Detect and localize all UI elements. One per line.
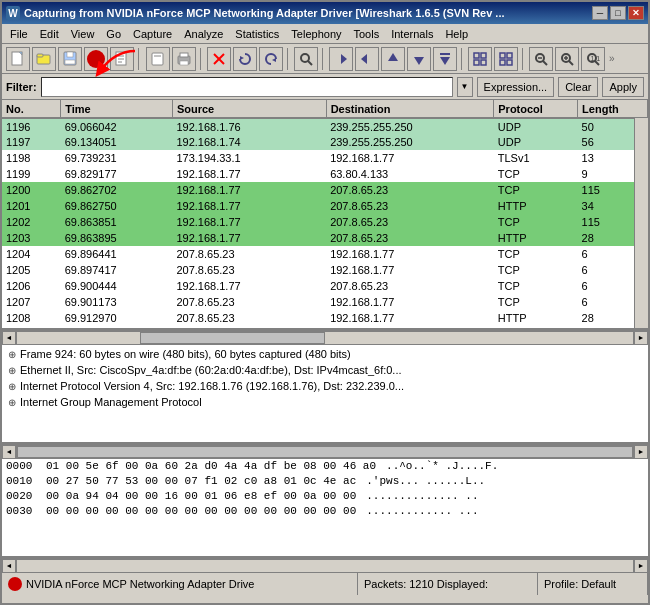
menu-capture[interactable]: Capture: [127, 26, 178, 42]
scroll-right-btn[interactable]: ►: [634, 331, 648, 345]
filter-label: Filter:: [6, 81, 37, 93]
toolbar-search-btn[interactable]: [294, 47, 318, 71]
status-profile: Profile: Default: [538, 573, 648, 595]
menu-tools[interactable]: Tools: [348, 26, 386, 42]
menu-analyze[interactable]: Analyze: [178, 26, 229, 42]
table-row[interactable]: 119869.739231173.194.33.1192.168.1.77TLS…: [2, 150, 648, 166]
toolbar-zoom-out-btn[interactable]: [529, 47, 553, 71]
expand-icon[interactable]: ⊕: [8, 381, 16, 392]
detail-scroll-thumb[interactable]: [17, 446, 633, 458]
col-source[interactable]: Source: [172, 100, 326, 118]
table-row[interactable]: 120869.912970207.8.65.23192.168.1.77HTTP…: [2, 310, 648, 326]
svg-rect-31: [474, 60, 479, 65]
minimize-button[interactable]: ─: [592, 6, 608, 20]
hex-scroll-right[interactable]: ►: [634, 559, 648, 573]
col-no[interactable]: No.: [2, 100, 61, 118]
table-row[interactable]: 120169.862750192.168.1.77207.8.65.23HTTP…: [2, 198, 648, 214]
table-row[interactable]: 119769.134051192.168.1.74239.255.255.250…: [2, 134, 648, 150]
toolbar-reload-btn[interactable]: [146, 47, 170, 71]
toolbar-down-btn[interactable]: [407, 47, 431, 71]
detail-hscroll[interactable]: ◄ ►: [2, 444, 648, 458]
expand-icon[interactable]: ⊕: [8, 365, 16, 376]
svg-rect-33: [500, 53, 505, 58]
detail-line[interactable]: ⊕Internet Group Management Protocol: [6, 394, 644, 410]
adapter-text: NVIDIA nForce MCP Networking Adapter Dri…: [26, 578, 254, 590]
title-bar-left: W Capturing from NVIDIA nForce MCP Netwo…: [6, 6, 505, 20]
detail-scroll-track[interactable]: [16, 445, 634, 459]
menu-statistics[interactable]: Statistics: [229, 26, 285, 42]
table-row[interactable]: 120369.863895192.168.1.77207.8.65.23HTTP…: [2, 230, 648, 246]
scroll-track[interactable]: [16, 331, 634, 345]
status-indicator: [8, 577, 22, 591]
expand-icon[interactable]: ⊕: [8, 397, 16, 408]
hex-scroll-left[interactable]: ◄: [2, 559, 16, 573]
detail-scroll-right[interactable]: ►: [634, 445, 648, 459]
packet-list[interactable]: No. Time Source Destination Protocol Len…: [2, 100, 648, 330]
detail-line[interactable]: ⊕Frame 924: 60 bytes on wire (480 bits),…: [6, 346, 644, 362]
menu-view[interactable]: View: [65, 26, 101, 42]
detail-scroll-left[interactable]: ◄: [2, 445, 16, 459]
close-button[interactable]: ✕: [628, 6, 644, 20]
menu-internals[interactable]: Internals: [385, 26, 439, 42]
detail-line[interactable]: ⊕Internet Protocol Version 4, Src: 192.1…: [6, 378, 644, 394]
vertical-scrollbar[interactable]: [634, 118, 648, 328]
hex-scroll-track[interactable]: [16, 559, 634, 573]
col-length[interactable]: Length: [578, 100, 648, 118]
table-row[interactable]: 120269.863851192.168.1.77207.8.65.23TCP1…: [2, 214, 648, 230]
filter-input[interactable]: [41, 77, 453, 97]
toolbar-grid2-btn[interactable]: [494, 47, 518, 71]
hex-ascii: ..^o..`* .J....F.: [386, 460, 498, 475]
toolbar-refresh2-btn[interactable]: [259, 47, 283, 71]
svg-rect-16: [180, 61, 188, 65]
maximize-button[interactable]: □: [610, 6, 626, 20]
toolbar-refresh-btn[interactable]: [233, 47, 257, 71]
apply-button[interactable]: Apply: [602, 77, 644, 97]
table-row[interactable]: 120669.900444192.168.1.77207.8.65.23TCP6: [2, 278, 648, 294]
toolbar-zoom-reset-btn[interactable]: 1:1: [581, 47, 605, 71]
table-row[interactable]: 120769.901173207.8.65.23192.168.1.77TCP6: [2, 294, 648, 310]
toolbar-print-btn[interactable]: [172, 47, 196, 71]
clear-button[interactable]: Clear: [558, 77, 598, 97]
hex-hscroll[interactable]: ◄ ►: [2, 558, 648, 572]
separator-1: [138, 48, 142, 70]
scroll-thumb[interactable]: [140, 332, 325, 344]
toolbar-down2-btn[interactable]: [433, 47, 457, 71]
scroll-left-btn[interactable]: ◄: [2, 331, 16, 345]
toolbar-back-btn[interactable]: [329, 47, 353, 71]
svg-rect-36: [507, 60, 512, 65]
menu-file[interactable]: File: [4, 26, 34, 42]
separator-5: [461, 48, 464, 70]
table-row[interactable]: 119969.829177192.168.1.7763.80.4.133TCP9: [2, 166, 648, 182]
toolbar-save-btn[interactable]: [58, 47, 82, 71]
detail-line-text: Internet Protocol Version 4, Src: 192.16…: [20, 380, 404, 392]
toolbar-grid1-btn[interactable]: [468, 47, 492, 71]
menu-help[interactable]: Help: [439, 26, 474, 42]
table-row[interactable]: 120469.896441207.8.65.23192.168.1.77TCP6: [2, 246, 648, 262]
table-row[interactable]: 120569.897417207.8.65.23192.168.1.77TCP6: [2, 262, 648, 278]
table-row[interactable]: 119669.066042192.168.1.76239.255.255.250…: [2, 118, 648, 134]
filter-dropdown-btn[interactable]: ▼: [457, 77, 473, 97]
menu-edit[interactable]: Edit: [34, 26, 65, 42]
menu-telephony[interactable]: Telephony: [285, 26, 347, 42]
toolbar-forward-btn[interactable]: [355, 47, 379, 71]
toolbar-delete-btn[interactable]: [207, 47, 231, 71]
hex-offset: 0020: [6, 490, 36, 505]
svg-rect-6: [67, 52, 73, 57]
menu-go[interactable]: Go: [100, 26, 127, 42]
toolbar-zoom-in-btn[interactable]: [555, 47, 579, 71]
horizontal-scrollbar[interactable]: ◄ ►: [2, 330, 648, 344]
expand-icon[interactable]: ⊕: [8, 349, 16, 360]
toolbar-open-btn[interactable]: [32, 47, 56, 71]
col-dest[interactable]: Destination: [326, 100, 494, 118]
detail-line[interactable]: ⊕Ethernet II, Src: CiscoSpv_4a:df:be (60…: [6, 362, 644, 378]
table-row[interactable]: 120969.917987207.8.65.23192.168.1.77HTTP…: [2, 326, 648, 330]
col-time[interactable]: Time: [61, 100, 173, 118]
toolbar-new-btn[interactable]: [6, 47, 30, 71]
expression-button[interactable]: Expression...: [477, 77, 555, 97]
col-protocol[interactable]: Protocol: [494, 100, 578, 118]
svg-rect-4: [37, 54, 43, 57]
toolbar-close-btn[interactable]: [110, 47, 134, 71]
toolbar-up-btn[interactable]: [381, 47, 405, 71]
table-row[interactable]: 120069.862702192.168.1.77207.8.65.23TCP1…: [2, 182, 648, 198]
toolbar-capture-btn[interactable]: [84, 47, 108, 71]
